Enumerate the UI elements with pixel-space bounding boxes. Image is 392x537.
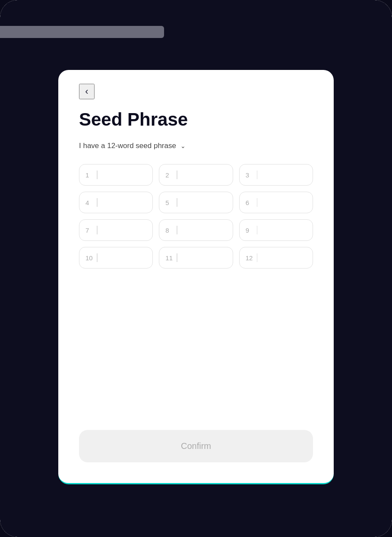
word-input-5[interactable] xyxy=(181,199,227,206)
word-input-7[interactable] xyxy=(101,227,147,234)
seed-dropdown-label: I have a 12-word seed phrase xyxy=(79,142,176,150)
word-input-wrapper: 1 xyxy=(79,164,153,186)
word-input-11[interactable] xyxy=(181,254,227,262)
word-number-label: 10 xyxy=(85,254,93,262)
word-number-label: 3 xyxy=(246,171,253,179)
word-input-wrapper: 7 xyxy=(79,219,153,241)
status-bar xyxy=(0,26,164,38)
word-input-10[interactable] xyxy=(101,254,147,262)
device-frame: ‹ Seed Phrase I have a 12-word seed phra… xyxy=(0,0,392,537)
confirm-button[interactable]: Confirm xyxy=(79,430,313,462)
word-number-label: 8 xyxy=(165,227,173,234)
word-input-9[interactable] xyxy=(261,227,307,234)
word-number-label: 7 xyxy=(85,227,93,234)
word-divider xyxy=(177,253,177,262)
word-input-wrapper: 9 xyxy=(239,219,313,241)
word-input-2[interactable] xyxy=(181,171,227,179)
word-divider xyxy=(257,198,258,207)
word-input-4[interactable] xyxy=(101,199,147,206)
word-input-wrapper: 6 xyxy=(239,192,313,213)
word-input-wrapper: 2 xyxy=(159,164,233,186)
word-input-8[interactable] xyxy=(181,227,227,234)
word-divider xyxy=(177,198,177,207)
word-divider xyxy=(257,171,258,179)
word-input-12[interactable] xyxy=(261,254,307,262)
word-divider xyxy=(177,171,177,179)
word-input-wrapper: 11 xyxy=(159,247,233,268)
word-number-label: 6 xyxy=(246,199,253,206)
word-input-wrapper: 10 xyxy=(79,247,153,268)
seed-phrase-dropdown[interactable]: I have a 12-word seed phrase ⌄ xyxy=(79,142,313,150)
word-input-1[interactable] xyxy=(101,171,147,179)
word-input-wrapper: 8 xyxy=(159,219,233,241)
word-number-label: 12 xyxy=(246,254,253,262)
word-input-wrapper: 12 xyxy=(239,247,313,268)
word-number-label: 5 xyxy=(165,199,173,206)
word-number-label: 1 xyxy=(85,171,93,179)
word-number-label: 9 xyxy=(246,227,253,234)
words-grid: 123456789101112 xyxy=(79,164,313,268)
back-icon: ‹ xyxy=(85,86,88,97)
word-input-wrapper: 4 xyxy=(79,192,153,213)
main-card: ‹ Seed Phrase I have a 12-word seed phra… xyxy=(58,70,334,484)
page-title: Seed Phrase xyxy=(79,110,313,130)
spacer xyxy=(79,282,313,423)
word-divider xyxy=(97,253,98,262)
word-divider xyxy=(97,226,98,234)
back-button[interactable]: ‹ xyxy=(79,84,95,99)
word-input-3[interactable] xyxy=(261,171,307,179)
word-number-label: 4 xyxy=(85,199,93,206)
word-number-label: 11 xyxy=(165,254,173,262)
word-number-label: 2 xyxy=(165,171,173,179)
word-divider xyxy=(97,171,98,179)
chevron-down-icon: ⌄ xyxy=(180,142,186,149)
word-divider xyxy=(257,226,258,234)
word-divider xyxy=(97,198,98,207)
word-input-wrapper: 3 xyxy=(239,164,313,186)
word-divider xyxy=(257,253,258,262)
word-input-wrapper: 5 xyxy=(159,192,233,213)
word-input-6[interactable] xyxy=(261,199,307,206)
word-divider xyxy=(177,226,177,234)
